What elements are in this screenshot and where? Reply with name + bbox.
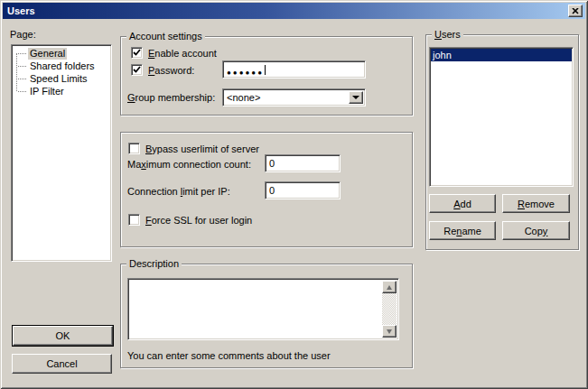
scroll-down-button[interactable] xyxy=(382,325,397,338)
enable-account-checkbox[interactable] xyxy=(131,47,143,59)
description-hint: You can enter some comments about the us… xyxy=(127,350,331,361)
tree-stub xyxy=(18,79,26,79)
password-value: ●●●●●● xyxy=(227,61,264,80)
page-listbox[interactable]: General Shared folders Speed Limits IP F… xyxy=(11,44,112,262)
arrow-up-icon xyxy=(387,285,392,290)
max-connection-input[interactable]: 0 xyxy=(265,154,341,172)
page-item-label: General xyxy=(28,48,67,60)
max-connection-value: 0 xyxy=(266,155,340,170)
dropdown-button[interactable] xyxy=(349,91,363,104)
force-ssl-checkbox[interactable] xyxy=(128,214,140,226)
window-title: Users xyxy=(3,5,35,16)
group-membership-label: Group membership: xyxy=(127,92,215,103)
add-user-button[interactable]: Add xyxy=(429,194,496,213)
page-item-ip-filter[interactable]: IP Filter xyxy=(14,85,111,97)
password-label: Password: xyxy=(148,65,194,76)
description-scrollbar[interactable] xyxy=(382,281,397,338)
page-label: Page: xyxy=(10,29,36,40)
copy-user-button[interactable]: Copy xyxy=(502,221,570,240)
account-settings-title: Account settings xyxy=(126,31,205,42)
copy-button-label: Copy xyxy=(525,226,548,236)
group-membership-select[interactable]: <none> xyxy=(222,88,366,107)
text-cursor xyxy=(265,65,266,75)
ok-button-label: OK xyxy=(56,330,70,341)
ip-limit-value: 0 xyxy=(266,182,340,197)
password-checkbox[interactable] xyxy=(131,64,143,76)
tree-stub xyxy=(18,91,26,92)
rename-button-label: Rename xyxy=(443,226,481,236)
page-item-label: Shared folders xyxy=(28,60,97,72)
ip-limit-label: Connection limit per IP: xyxy=(127,186,230,197)
bypass-userlimit-label: Bypass userlimit of server xyxy=(145,144,259,154)
ok-button[interactable]: OK xyxy=(13,326,113,346)
close-icon xyxy=(572,8,579,14)
users-group-title: Users xyxy=(432,29,463,40)
add-button-label: Add xyxy=(453,199,471,209)
description-textarea[interactable] xyxy=(127,278,399,340)
page-item-label: IP Filter xyxy=(28,86,66,97)
ip-limit-input[interactable]: 0 xyxy=(265,181,341,199)
cancel-button[interactable]: Cancel xyxy=(12,354,112,374)
user-list-item[interactable]: john xyxy=(431,49,572,61)
scroll-up-button[interactable] xyxy=(382,281,397,293)
users-listbox[interactable]: john xyxy=(429,47,574,187)
enable-account-label: Enable account xyxy=(148,48,217,59)
page-item-general[interactable]: General xyxy=(14,47,111,60)
chevron-down-icon xyxy=(352,96,359,99)
bypass-userlimit-checkbox[interactable] xyxy=(128,143,140,154)
page-item-speed-limits[interactable]: Speed Limits xyxy=(14,72,111,85)
users-dialog: Users Page: General Shared folders Speed… xyxy=(0,0,588,389)
description-text xyxy=(128,279,398,282)
remove-user-button[interactable]: Remove xyxy=(502,194,570,213)
page-item-label: Speed Limits xyxy=(28,73,89,85)
tree-stub xyxy=(18,66,26,67)
password-input[interactable]: ●●●●●● xyxy=(222,60,366,79)
user-name: john xyxy=(433,50,452,60)
checkmark-icon xyxy=(133,66,141,74)
close-button[interactable] xyxy=(568,5,583,17)
checkmark-icon xyxy=(133,49,141,57)
max-connection-label: Maximum connection count: xyxy=(127,159,251,170)
rename-user-button[interactable]: Rename xyxy=(429,221,496,240)
cancel-button-label: Cancel xyxy=(46,358,77,369)
remove-button-label: Remove xyxy=(518,199,555,209)
group-membership-value: <none> xyxy=(223,89,365,104)
title-bar[interactable]: Users xyxy=(3,3,585,19)
description-title: Description xyxy=(126,258,182,269)
page-item-shared-folders[interactable]: Shared folders xyxy=(14,60,111,72)
tree-stub xyxy=(18,53,26,54)
arrow-down-icon xyxy=(387,329,392,334)
force-ssl-label: Force SSL for user login xyxy=(145,215,252,226)
